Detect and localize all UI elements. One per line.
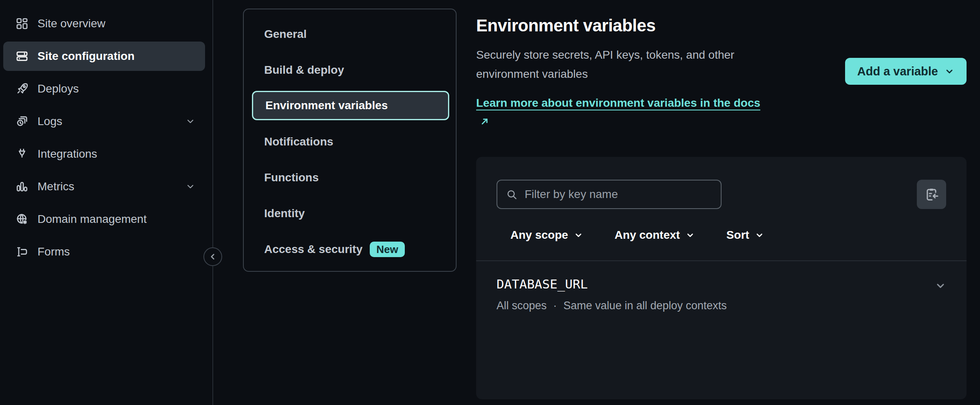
config-nav-identity[interactable]: Identity (258, 202, 441, 225)
config-nav-notifications[interactable]: Notifications (258, 130, 441, 154)
sidebar-item-label: Site overview (38, 17, 106, 30)
env-var-context: Same value in all deploy contexts (563, 299, 727, 312)
form-field-icon (15, 245, 29, 258)
sidebar-item-logs[interactable]: Logs (3, 107, 205, 136)
search-icon (506, 189, 517, 200)
filter-label: Any context (615, 229, 680, 242)
config-nav-label: Functions (264, 171, 319, 184)
env-var-row-top: DATABASE_URL (497, 277, 946, 291)
add-variable-button[interactable]: Add a variable (845, 58, 967, 85)
sidebar-item-domain-management[interactable]: Domain management (3, 205, 205, 234)
chevron-down-icon (945, 66, 954, 76)
chevron-down-icon (574, 231, 583, 240)
env-var-meta: All scopes · Same value in all deploy co… (497, 299, 946, 312)
site-sidebar: Site overview Site configuration Deploys… (0, 0, 213, 405)
env-vars-content: Environment variables Securely store sec… (476, 9, 967, 405)
config-nav-label: Identity (264, 207, 305, 220)
page-title: Environment variables (476, 16, 774, 35)
sidebar-item-label: Logs (38, 115, 62, 128)
filters-row: Any scope Any context Sort (476, 229, 967, 242)
config-nav-access-security[interactable]: Access & security New (258, 238, 441, 261)
chevron-left-icon (208, 252, 217, 261)
plug-icon (15, 147, 29, 161)
filter-key-input[interactable] (524, 187, 712, 201)
config-nav-environment-variables[interactable]: Environment variables (252, 91, 449, 120)
sidebar-collapse-button[interactable] (203, 247, 222, 266)
app-root: Site overview Site configuration Deploys… (0, 0, 980, 405)
content-header: Environment variables Securely store sec… (476, 16, 967, 132)
main-region: General Build & deploy Environment varia… (213, 0, 980, 405)
clipboard-import-icon (924, 187, 939, 202)
globe-icon (15, 213, 29, 226)
config-nav-label: Notifications (264, 135, 333, 148)
panel-toolbar (476, 180, 967, 209)
env-vars-panel: Any scope Any context Sort DAT (476, 157, 967, 399)
import-env-button[interactable] (917, 180, 946, 209)
bar-chart-icon (15, 180, 29, 193)
arrow-up-right-icon (479, 116, 490, 127)
grid-icon (15, 17, 29, 30)
site-configuration-nav: General Build & deploy Environment varia… (243, 9, 457, 272)
sidebar-item-deploys[interactable]: Deploys (3, 74, 205, 103)
sidebar-item-label: Integrations (38, 147, 97, 161)
filter-sort[interactable]: Sort (726, 229, 764, 242)
meta-separator: · (553, 299, 557, 312)
sidebar-item-site-configuration[interactable]: Site configuration (3, 42, 205, 71)
filter-any-context[interactable]: Any context (615, 229, 695, 242)
env-var-scope: All scopes (497, 299, 547, 312)
chevron-down-icon (755, 231, 764, 240)
new-badge: New (370, 242, 404, 258)
sidebar-item-metrics[interactable]: Metrics (3, 172, 205, 201)
filter-label: Sort (726, 229, 749, 242)
sidebar-item-site-overview[interactable]: Site overview (3, 9, 205, 38)
chevron-down-icon[interactable] (185, 117, 195, 126)
config-nav-general[interactable]: General (258, 22, 441, 46)
config-nav-label: General (264, 28, 307, 41)
server-icon (15, 50, 29, 63)
chevron-down-icon (686, 231, 695, 240)
env-var-key: DATABASE_URL (497, 277, 588, 291)
config-nav-label: Build & deploy (264, 64, 344, 77)
add-variable-label: Add a variable (857, 65, 938, 78)
sidebar-item-label: Site configuration (38, 50, 135, 63)
config-nav-label: Environment variables (265, 99, 388, 112)
config-nav-build-deploy[interactable]: Build & deploy (258, 58, 441, 82)
config-nav-functions[interactable]: Functions (258, 166, 441, 189)
sidebar-item-label: Forms (38, 245, 70, 258)
chevron-down-icon[interactable] (185, 182, 195, 191)
config-nav-label: Access & security (264, 243, 362, 256)
env-var-row-database-url[interactable]: DATABASE_URL All scopes · Same value in … (476, 261, 967, 312)
filter-search-box[interactable] (497, 180, 722, 209)
rocket-icon (15, 82, 29, 95)
chevron-down-icon[interactable] (935, 280, 946, 291)
filter-label: Any scope (510, 229, 568, 242)
docs-link-label: Learn more about environment variables i… (476, 97, 760, 109)
docs-link[interactable]: Learn more about environment variables i… (476, 93, 774, 132)
sidebar-item-label: Metrics (38, 180, 74, 193)
page-description: Securely store secrets, API keys, tokens… (476, 45, 774, 84)
sidebar-item-label: Deploys (38, 82, 79, 95)
sidebar-item-forms[interactable]: Forms (3, 237, 205, 266)
logs-clock-icon (15, 115, 29, 128)
filter-any-scope[interactable]: Any scope (510, 229, 583, 242)
sidebar-item-integrations[interactable]: Integrations (3, 139, 205, 169)
header-text-block: Environment variables Securely store sec… (476, 16, 774, 132)
sidebar-item-label: Domain management (38, 213, 147, 226)
